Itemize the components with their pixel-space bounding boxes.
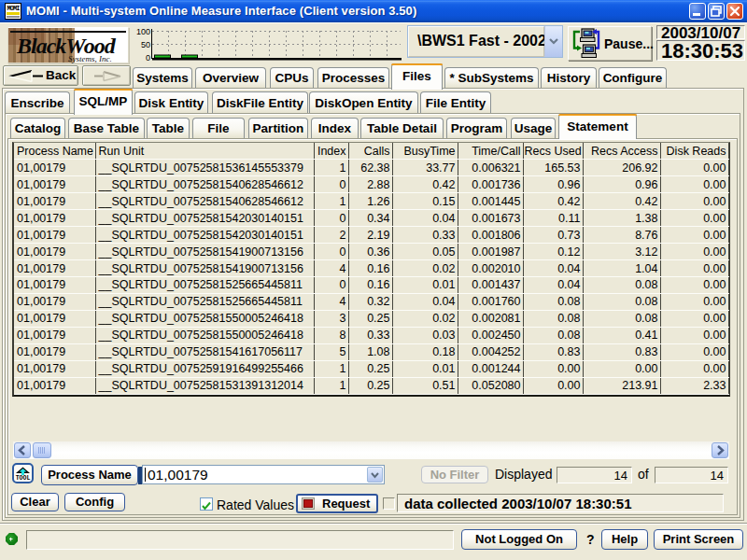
svg-text:TOOL: TOOL — [16, 475, 31, 482]
svg-text:100: 100 — [136, 27, 150, 36]
svg-text:0: 0 — [146, 53, 150, 63]
svg-text:50: 50 — [141, 40, 150, 49]
